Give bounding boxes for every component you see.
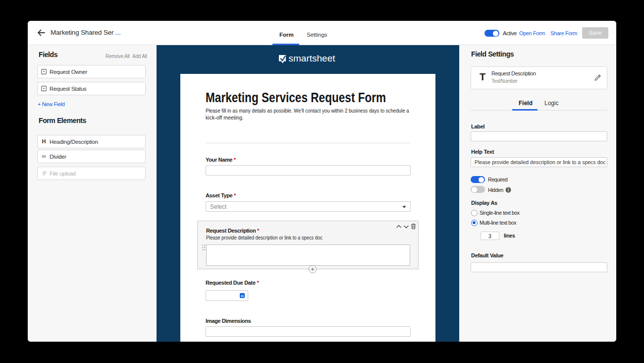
svg-text:smartsheet: smartsheet	[289, 53, 336, 63]
svg-text:31: 31	[241, 295, 244, 298]
